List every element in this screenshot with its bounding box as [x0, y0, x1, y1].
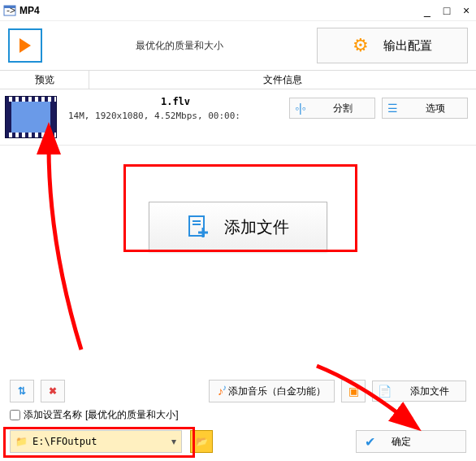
music-icon: ♪ — [218, 385, 223, 398]
check-icon: ✔ — [365, 434, 375, 450]
sort-icon: ⇅ — [18, 385, 26, 397]
bottom-toolbar: ⇅ ✖ ♪ 添加音乐（白金功能） ▣ 📄 添加文件 — [0, 380, 476, 402]
split-icon: ◦|◦ — [295, 102, 308, 115]
chevron-down-icon: ▾ — [171, 436, 176, 447]
settings-name-label: 添加设置名称 — [24, 408, 82, 422]
add-music-button[interactable]: ♪ 添加音乐（白金功能） — [209, 380, 335, 402]
top-row: 最优化的质量和大小 ⚙ 输出配置 — [0, 21, 476, 70]
file-actions: ◦|◦ 分割 ☰ 选项 — [289, 93, 476, 141]
col-preview: 预览 — [0, 71, 89, 89]
confirm-label: 确定 — [392, 435, 411, 449]
file-name: 1.flv — [68, 96, 283, 107]
add-file-big-label: 添加文件 — [224, 216, 289, 238]
export-button[interactable]: ▣ — [341, 380, 366, 402]
file-row: 1.flv 14M, 1920x1080, 4.52Mbps, 00:00: ◦… — [0, 89, 476, 146]
settings-name-suffix: [最优化的质量和大小] — [85, 408, 179, 422]
add-file-small-button[interactable]: 📄 添加文件 — [372, 381, 466, 402]
maximize-button[interactable]: □ — [440, 4, 453, 17]
quality-label: 最优化的质量和大小 — [50, 39, 309, 53]
titlebar: -> MP4 _ □ × — [0, 0, 476, 21]
output-config-label: 输出配置 — [383, 38, 432, 54]
output-path-text: E:\FFOutput — [32, 436, 167, 447]
add-music-label: 添加音乐（白金功能） — [228, 385, 326, 398]
file-thumbnail[interactable] — [5, 96, 57, 138]
split-label: 分割 — [319, 102, 374, 115]
play-icon — [8, 28, 42, 63]
output-config-button[interactable]: ⚙ 输出配置 — [317, 28, 468, 63]
file-meta: 1.flv 14M, 1920x1080, 4.52Mbps, 00:00: — [62, 93, 289, 141]
delete-icon: ✖ — [49, 385, 57, 397]
export-icon: ▣ — [348, 385, 359, 398]
app-icon — [3, 4, 16, 17]
add-file-small-icon: 📄 — [378, 385, 391, 398]
sort-button[interactable]: ⇅ — [10, 380, 34, 402]
gear-icon: ⚙ — [353, 35, 369, 56]
confirm-button[interactable]: ✔ 确定 — [356, 430, 466, 453]
options-label: 选项 — [412, 102, 467, 115]
output-path-select[interactable]: 📁 E:\FFOutput ▾ — [10, 430, 182, 453]
close-button[interactable]: × — [460, 4, 473, 17]
settings-name-checkbox[interactable] — [10, 410, 20, 420]
col-info: 文件信息 — [89, 71, 476, 89]
open-folder-button[interactable]: 📂 — [190, 430, 213, 453]
options-button[interactable]: ☰ 选项 — [382, 98, 468, 119]
split-button[interactable]: ◦|◦ 分割 — [289, 98, 375, 119]
output-row: 📁 E:\FFOutput ▾ 📂 ✔ 确定 — [0, 430, 476, 453]
options-icon: ☰ — [387, 102, 400, 115]
target-format: MP4 — [19, 5, 40, 16]
folder-icon: 📁 — [15, 436, 28, 447]
add-file-icon — [187, 215, 211, 239]
table-header: 预览 文件信息 — [0, 70, 476, 89]
svg-rect-1 — [4, 6, 15, 8]
add-file-big-button[interactable]: 添加文件 — [149, 202, 327, 252]
file-info: 14M, 1920x1080, 4.52Mbps, 00:00: — [68, 111, 283, 121]
center-area: 添加文件 — [0, 146, 476, 308]
delete-button[interactable]: ✖ — [41, 380, 65, 402]
window-controls: _ □ × — [421, 4, 473, 17]
minimize-button[interactable]: _ — [421, 4, 434, 17]
add-file-small-label: 添加文件 — [402, 385, 465, 398]
settings-name-row: 添加设置名称 [最优化的质量和大小] — [10, 408, 179, 422]
open-folder-icon: 📂 — [196, 436, 208, 447]
